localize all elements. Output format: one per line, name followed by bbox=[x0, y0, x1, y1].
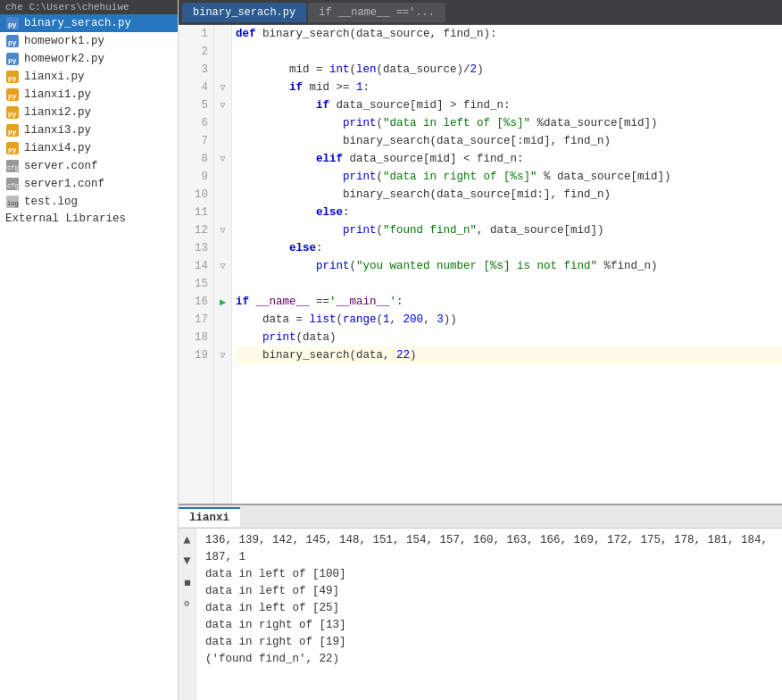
line-num-17: 17 bbox=[184, 311, 208, 329]
fold-icon-8[interactable]: ▽ bbox=[220, 154, 225, 164]
svg-text:py: py bbox=[8, 128, 17, 136]
sidebar-item-label: test.log bbox=[24, 196, 78, 208]
output-line-1: 136, 139, 142, 145, 148, 151, 154, 157, … bbox=[205, 532, 775, 566]
gutter-13 bbox=[214, 239, 231, 257]
sidebar-item-label: server1.conf bbox=[24, 178, 104, 190]
run-settings-button[interactable]: ⚙ bbox=[184, 596, 189, 612]
sidebar-item-binary-serach[interactable]: py binary_serach.py bbox=[0, 14, 178, 32]
bottom-tab-label: lianxi bbox=[189, 512, 229, 524]
sidebar-item-test-log[interactable]: log test.log bbox=[0, 193, 178, 211]
sidebar-item-lianxi1[interactable]: py lianxi1.py bbox=[0, 86, 178, 104]
tab-binary-serach[interactable]: binary_serach.py bbox=[182, 3, 306, 22]
code-line-5: if data_source[mid] > find_n: bbox=[236, 96, 782, 114]
external-libraries-label: External Libraries bbox=[5, 212, 126, 225]
conf-file-icon: cfg bbox=[5, 177, 20, 191]
py-file-icon: py bbox=[5, 34, 20, 48]
output-line-4: data in left of [25] bbox=[205, 600, 775, 617]
py-file-icon: py bbox=[5, 88, 20, 102]
py-file-icon: py bbox=[5, 105, 20, 120]
code-line-17: data = list(range(1, 200, 3)) bbox=[236, 311, 782, 329]
fold-icon-19[interactable]: ▽ bbox=[220, 350, 225, 361]
run-arrow-icon[interactable]: ▶ bbox=[220, 296, 226, 309]
run-stop-button[interactable]: ⏹ bbox=[183, 575, 192, 592]
sidebar-item-lianxi[interactable]: py lianxi.py bbox=[0, 68, 178, 86]
gutter-18 bbox=[214, 329, 231, 346]
output-line-2: data in left of [100] bbox=[205, 566, 775, 583]
bottom-output: ▲ ▼ ⏹ ⚙ 136, 139, 142, 145, 148, 151, 15… bbox=[179, 529, 782, 700]
line-num-7: 7 bbox=[184, 132, 208, 150]
gutter-14[interactable]: ▽ bbox=[214, 257, 231, 275]
gutter-9 bbox=[214, 168, 231, 186]
py-file-icon: py bbox=[5, 16, 20, 30]
svg-text:cfg: cfg bbox=[7, 182, 19, 189]
line-num-6: 6 bbox=[184, 114, 208, 132]
sidebar-item-homework2[interactable]: py homework2.py bbox=[0, 50, 178, 68]
gutter-12[interactable]: ▽ bbox=[214, 221, 231, 239]
sidebar-item-label: lianxi1.py bbox=[24, 88, 91, 101]
line-num-4: 4 bbox=[184, 79, 208, 96]
sidebar: che C:\Users\chehuiwe py binary_serach.p… bbox=[0, 0, 179, 700]
code-editor: 1 2 3 4 5 6 7 8 9 10 11 12 13 14 15 16 1… bbox=[179, 25, 782, 504]
gutter-15 bbox=[214, 275, 231, 293]
code-line-13: else: bbox=[236, 239, 782, 257]
svg-text:py: py bbox=[8, 38, 17, 46]
gutter-19[interactable]: ▽ bbox=[214, 346, 231, 364]
code-line-7: binary_search(data_source[:mid], find_n) bbox=[236, 132, 782, 150]
sidebar-item-server1-conf[interactable]: cfg server1.conf bbox=[0, 175, 178, 193]
gutter-2 bbox=[214, 43, 231, 61]
gutter-17 bbox=[214, 311, 231, 329]
line-num-3: 3 bbox=[184, 61, 208, 79]
svg-text:py: py bbox=[8, 74, 17, 82]
sidebar-item-server-conf[interactable]: cfg server.conf bbox=[0, 157, 178, 175]
gutter-8[interactable]: ▽ bbox=[214, 150, 231, 168]
svg-text:py: py bbox=[8, 110, 17, 118]
main-layout: che C:\Users\chehuiwe py binary_serach.p… bbox=[0, 0, 782, 700]
code-line-16: if __name__ =='__main__': bbox=[236, 293, 782, 311]
fold-icon-5[interactable]: ▽ bbox=[220, 100, 225, 111]
line-num-16: 16 bbox=[184, 293, 208, 311]
tab-label: binary_serach.py bbox=[193, 6, 295, 19]
line-num-1: 1 bbox=[184, 25, 208, 43]
run-up-button[interactable]: ▲ bbox=[183, 532, 190, 549]
code-line-4: if mid >= 1: bbox=[236, 79, 782, 96]
code-line-19: binary_search(data, 22) bbox=[236, 346, 782, 364]
code-line-9: print("data in right of [%s]" % data_sou… bbox=[236, 168, 782, 186]
fold-icon-4[interactable]: ▽ bbox=[220, 82, 225, 93]
code-line-2 bbox=[236, 43, 782, 61]
code-line-11: else: bbox=[236, 204, 782, 221]
sidebar-item-lianxi4[interactable]: py lianxi4.py bbox=[0, 139, 178, 157]
editor-area: binary_serach.py if __name__ =='... 1 2 … bbox=[179, 0, 782, 700]
line-num-18: 18 bbox=[184, 329, 208, 346]
sidebar-item-label: homework2.py bbox=[24, 53, 104, 65]
gutter-4[interactable]: ▽ bbox=[214, 79, 231, 96]
bottom-panel: lianxi ▲ ▼ ⏹ ⚙ 136, 139, 142, 145, 148, … bbox=[179, 504, 782, 700]
gutter-5[interactable]: ▽ bbox=[214, 96, 231, 114]
tab-bar: binary_serach.py if __name__ =='... bbox=[179, 0, 782, 25]
line-numbers: 1 2 3 4 5 6 7 8 9 10 11 12 13 14 15 16 1… bbox=[179, 25, 214, 504]
gutter-16[interactable]: ▶ bbox=[214, 293, 231, 311]
sidebar-item-lianxi2[interactable]: py lianxi2.py bbox=[0, 104, 178, 121]
output-line-3: data in left of [49] bbox=[205, 583, 775, 600]
sidebar-header: che C:\Users\chehuiwe bbox=[0, 0, 178, 14]
fold-icon-12[interactable]: ▽ bbox=[220, 225, 225, 236]
output-line-5: data in right of [13] bbox=[205, 617, 775, 634]
svg-text:py: py bbox=[8, 21, 17, 29]
line-num-19: 19 bbox=[184, 346, 208, 364]
code-line-12: print("found find_n", data_source[mid]) bbox=[236, 221, 782, 239]
svg-text:py: py bbox=[8, 92, 17, 100]
run-down-button[interactable]: ▼ bbox=[183, 553, 190, 570]
line-num-5: 5 bbox=[184, 96, 208, 114]
fold-icon-14[interactable]: ▽ bbox=[220, 261, 225, 271]
py-file-icon: py bbox=[5, 141, 20, 155]
gutter-11 bbox=[214, 204, 231, 221]
svg-text:log: log bbox=[7, 200, 19, 207]
line-num-9: 9 bbox=[184, 168, 208, 186]
line-num-15: 15 bbox=[184, 275, 208, 293]
sidebar-item-label: homework1.py bbox=[24, 35, 104, 47]
code-line-15 bbox=[236, 275, 782, 293]
tab-condition[interactable]: if __name__ =='... bbox=[308, 3, 445, 22]
sidebar-item-external-libraries[interactable]: External Libraries bbox=[0, 211, 178, 227]
sidebar-item-homework1[interactable]: py homework1.py bbox=[0, 32, 178, 50]
sidebar-item-lianxi3[interactable]: py lianxi3.py bbox=[0, 121, 178, 139]
bottom-tab-lianxi[interactable]: lianxi bbox=[179, 507, 240, 527]
